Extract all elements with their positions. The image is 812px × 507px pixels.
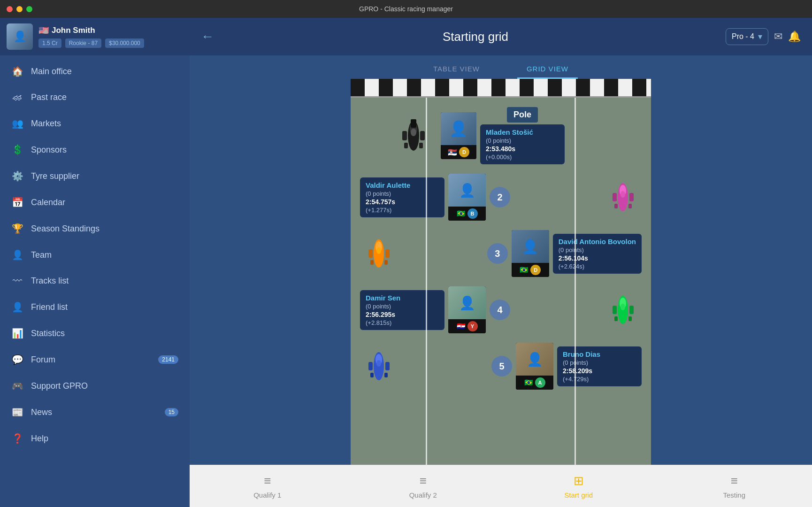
news-badge: 15 <box>165 408 178 416</box>
titlebar: GPRO - Classic racing manager <box>0 0 812 18</box>
driver-name-pole: Mladen Stošić <box>486 128 559 136</box>
friend-icon: 👤 <box>11 301 23 313</box>
sidebar-item-calendar[interactable]: 📅 Calendar <box>0 189 190 215</box>
sidebar-item-tracks-list[interactable]: 〰 Tracks list <box>0 268 190 294</box>
svg-point-6 <box>411 129 416 136</box>
sidebar-item-news[interactable]: 📰 News 15 <box>0 399 190 425</box>
sidebar-label-team: Team <box>31 250 178 260</box>
svg-point-14 <box>620 191 625 198</box>
driver-time-4: 2:56.295s <box>366 311 439 318</box>
home-icon: 🏠 <box>11 66 23 77</box>
driver-card-4: Damir Sen (0 points) 2:56.295s (+2.815s) <box>360 290 444 330</box>
driver-points-3: (0 points) <box>559 246 636 254</box>
grid-row-4: Damir Sen (0 points) 2:56.295s (+2.815s)… <box>351 282 651 338</box>
dropdown-icon[interactable]: ▾ <box>758 31 762 42</box>
sidebar-item-sponsors[interactable]: 💲 Sponsors <box>0 137 190 163</box>
svg-rect-3 <box>420 131 425 140</box>
sidebar-item-season-standings[interactable]: 🏆 Season Standings <box>0 215 190 242</box>
sponsors-icon: 💲 <box>11 144 23 155</box>
driver-flag-5: 🇧🇷 <box>524 378 533 387</box>
team-icon: 👤 <box>11 249 23 261</box>
forum-badge: 2141 <box>158 355 178 364</box>
pos-5: 5 <box>491 356 512 376</box>
sidebar-item-markets[interactable]: 👥 Markets <box>0 110 190 137</box>
sidebar-label-support-gpro: Support GPRO <box>31 381 178 391</box>
minimize-button[interactable] <box>16 6 23 12</box>
top-bar: ← Starting grid Pro - 4 ▾ ✉ 🔔 <box>190 18 812 55</box>
sidebar-item-help[interactable]: ❓ Help <box>0 425 190 452</box>
svg-rect-7 <box>411 119 416 128</box>
rank-badge: Rookie - 87 <box>65 38 101 48</box>
tab-testing[interactable]: ≡ Testing <box>657 465 812 507</box>
svg-rect-34 <box>384 373 388 377</box>
svg-rect-31 <box>368 362 373 370</box>
sidebar-label-calendar: Calendar <box>31 198 178 207</box>
back-button[interactable]: ← <box>201 29 214 44</box>
svg-point-35 <box>376 360 381 367</box>
mail-button[interactable]: ✉ <box>774 31 782 43</box>
sidebar-item-statistics[interactable]: 📊 Statistics <box>0 320 190 346</box>
svg-rect-27 <box>628 316 632 321</box>
sidebar-label-help: Help <box>31 434 178 444</box>
driver-time-5: 2:58.209s <box>563 367 636 375</box>
tier-badge-4: Y <box>467 321 478 331</box>
pro-selector[interactable]: Pro - 4 ▾ <box>726 28 768 45</box>
sidebar-item-main-office[interactable]: 🏠 Main office <box>0 58 190 84</box>
driver-card-2: Valdir Aulette (0 points) 2:54.757s (+1.… <box>360 177 444 217</box>
driver-points-2: (0 points) <box>366 190 439 197</box>
driver-points-5: (0 points) <box>563 359 636 366</box>
tab-start-grid[interactable]: ⊞ Start grid <box>501 465 657 507</box>
sidebar-item-support-gpro[interactable]: 🎮 Support GPRO <box>0 373 190 399</box>
driver-time-2: 2:54.757s <box>366 198 439 206</box>
close-button[interactable] <box>7 6 13 12</box>
testing-icon: ≡ <box>731 474 738 488</box>
driver-photo-5: 👤 🇧🇷 A <box>516 343 553 390</box>
markets-icon: 👥 <box>11 118 23 129</box>
sidebar-item-friend-list[interactable]: 👤 Friend list <box>0 294 190 320</box>
driver-photo-4: 👤 🇭🇷 Y <box>448 286 486 333</box>
svg-rect-2 <box>402 131 407 140</box>
forum-icon: 💬 <box>11 354 23 365</box>
testing-label: Testing <box>723 491 745 499</box>
grid-content: 👤 🇷🇸 D Pole Mladen Stošić <box>190 79 812 465</box>
sidebar-label-season-standings: Season Standings <box>31 224 178 234</box>
svg-rect-33 <box>370 373 374 377</box>
tyre-icon: ⚙️ <box>11 170 23 182</box>
driver-flag-4: 🇭🇷 <box>457 322 466 330</box>
driver-name-2: Valdir Aulette <box>366 181 439 189</box>
svg-rect-12 <box>614 204 618 208</box>
svg-rect-10 <box>613 193 617 201</box>
car-image-pole <box>395 117 432 154</box>
tab-table-view[interactable]: TABLE VIEW <box>424 60 489 79</box>
pos-2: 2 <box>490 187 510 207</box>
start-grid-icon: ⊞ <box>574 474 584 488</box>
notification-button[interactable]: 🔔 <box>788 31 801 43</box>
sidebar-label-main-office: Main office <box>31 67 178 77</box>
user-name: John Smith <box>52 26 95 35</box>
sidebar-item-team[interactable]: 👤 Team <box>0 242 190 268</box>
pos-3: 3 <box>487 243 508 264</box>
sidebar-item-past-race[interactable]: 🏎 Past race <box>0 84 190 110</box>
user-flag: 🇺🇸 <box>38 25 49 36</box>
driver-diff-3: (+2.624s) <box>559 263 636 270</box>
sidebar-label-forum: Forum <box>31 355 151 365</box>
grid-row-2: Valdir Aulette (0 points) 2:54.757s (+1.… <box>351 169 651 225</box>
calendar-icon: 📅 <box>11 197 23 208</box>
maximize-button[interactable] <box>26 6 32 12</box>
tier-badge-5: A <box>535 377 545 388</box>
tab-qualify1[interactable]: ≡ Qualify 1 <box>190 465 345 507</box>
tab-grid-view[interactable]: GRID VIEW <box>517 60 578 79</box>
avatar-image: 👤 <box>7 23 33 50</box>
svg-rect-5 <box>419 143 423 148</box>
page-title: Starting grid <box>225 30 726 44</box>
sidebar-item-tyre-supplier[interactable]: ⚙️ Tyre supplier <box>0 163 190 189</box>
sidebar-nav: 🏠 Main office 🏎 Past race 👥 Markets 💲 Sp… <box>0 55 190 507</box>
traffic-lights <box>7 6 32 12</box>
sidebar-item-forum[interactable]: 💬 Forum 2141 <box>0 346 190 373</box>
tab-qualify2[interactable]: ≡ Qualify 2 <box>345 465 501 507</box>
sidebar-label-markets: Markets <box>31 119 178 129</box>
user-profile: 👤 🇺🇸 John Smith 1.5 Cr Rookie - 87 $30.0… <box>0 18 190 55</box>
driver-name-3: David Antonio Bovolon <box>559 238 636 246</box>
news-icon: 📰 <box>11 407 23 418</box>
top-right-controls: Pro - 4 ▾ ✉ 🔔 <box>726 28 801 45</box>
